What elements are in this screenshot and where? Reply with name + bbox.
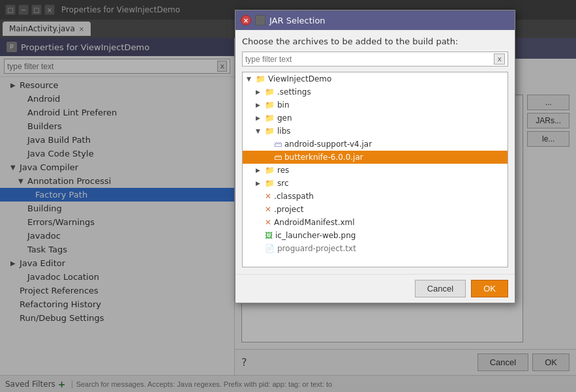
tree-item-project[interactable]: ✕ .project [243, 203, 508, 216]
folder-icon-libs: 📁 [265, 127, 275, 136]
tree-arrow-bin: ▶ [256, 102, 262, 108]
tree-arrow-settings: ▶ [256, 89, 262, 95]
tree-arrow-src: ▶ [256, 180, 262, 187]
folder-icon-bin: 📁 [265, 100, 275, 110]
dialog-filter-bar: x [242, 52, 508, 67]
dialog-overlay: × JAR Selection Choose the archives to b… [0, 0, 576, 392]
dialog-title: JAR Selection [269, 16, 326, 25]
tree-item-root[interactable]: ▼ 📁 ViewInjectDemo [243, 72, 508, 85]
dialog-ok-button[interactable]: OK [471, 280, 508, 297]
tree-arrow-res: ▶ [256, 167, 262, 173]
xml-icon-manifest: ✕ [265, 218, 271, 227]
dialog-cancel-button[interactable]: Cancel [415, 280, 466, 297]
dialog-instruction: Choose the archives to be added to the b… [242, 37, 508, 46]
tree-item-manifest[interactable]: ✕ AndroidManifest.xml [243, 216, 508, 229]
tree-label-libs: libs [277, 127, 291, 136]
tree-label-manifest: AndroidManifest.xml [274, 218, 355, 227]
dialog-close-btn[interactable]: × [241, 15, 251, 25]
tree-item-settings[interactable]: ▶ 📁 .settings [243, 85, 508, 98]
dialog-minimize-btn[interactable] [255, 15, 265, 25]
tree-label-support: android-support-v4.jar [284, 140, 372, 149]
tree-item-res[interactable]: ▶ 📁 res [243, 164, 508, 177]
xml-icon-cp: ✕ [265, 192, 271, 201]
dialog-filter-input[interactable] [245, 55, 494, 64]
folder-icon-root: 📁 [256, 74, 265, 83]
tree-label-settings: .settings [277, 87, 311, 97]
dialog-body: Choose the archives to be added to the b… [235, 30, 515, 274]
tree-label-root: ViewInjectDemo [268, 74, 331, 83]
folder-icon-settings: 📁 [265, 87, 275, 97]
tree-label-gen: gen [277, 113, 292, 123]
tree-item-support-jar[interactable]: 🗃 android-support-v4.jar [243, 138, 508, 151]
tree-arrow-gen: ▶ [256, 115, 262, 121]
tree-label-proj: .project [274, 205, 303, 214]
jar-dialog: × JAR Selection Choose the archives to b… [235, 10, 515, 303]
tree-label-launcher: ic_launcher-web.png [275, 231, 356, 240]
tree-item-proguard[interactable]: 📄 proguard-project.txt [243, 242, 508, 255]
tree-item-src[interactable]: ▶ 📁 src [243, 177, 508, 190]
tree-item-libs[interactable]: ▼ 📁 libs [243, 125, 508, 138]
tree-label-bk: butterknife-6.0.0.jar [284, 153, 363, 162]
folder-icon-res: 📁 [265, 166, 275, 175]
tree-arrow-libs: ▼ [256, 128, 262, 134]
img-icon-launcher: 🖼 [265, 231, 273, 240]
tree-item-butterknife[interactable]: 🗃 butterknife-6.0.0.jar [243, 151, 508, 164]
dialog-titlebar: × JAR Selection [235, 10, 515, 30]
tree-label-bin: bin [277, 100, 290, 110]
folder-icon-src: 📁 [265, 179, 275, 188]
tree-item-bin[interactable]: ▶ 📁 bin [243, 98, 508, 112]
tree-item-classpath[interactable]: ✕ .classpath [243, 190, 508, 203]
jar-icon-bk: 🗃 [274, 153, 282, 162]
tree-item-gen[interactable]: ▶ 📁 gen [243, 112, 508, 125]
tree-label-pg: proguard-project.txt [277, 244, 356, 253]
xml-icon-proj: ✕ [265, 205, 271, 214]
txt-icon-pg: 📄 [265, 244, 275, 253]
folder-icon-gen: 📁 [265, 113, 275, 123]
jar-icon-support: 🗃 [274, 140, 282, 149]
file-tree[interactable]: ▼ 📁 ViewInjectDemo ▶ 📁 .settings ▶ 📁 bin [242, 72, 508, 267]
dialog-footer: Cancel OK [235, 274, 515, 303]
dialog-filter-clear[interactable]: x [494, 53, 505, 65]
tree-label-res: res [277, 166, 289, 175]
tree-arrow-root: ▼ [247, 76, 253, 82]
tree-item-launcher[interactable]: 🖼 ic_launcher-web.png [243, 229, 508, 242]
tree-label-cp: .classpath [274, 192, 314, 201]
tree-label-src: src [277, 179, 289, 188]
